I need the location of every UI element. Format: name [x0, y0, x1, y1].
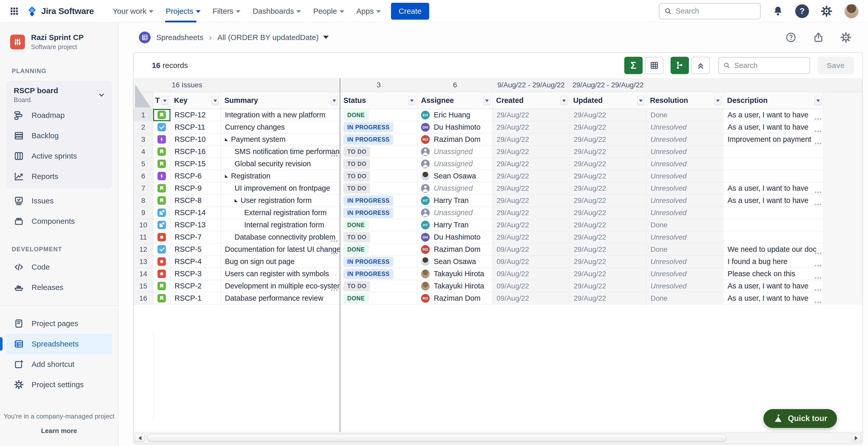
resolution-cell[interactable]: Done — [646, 292, 723, 304]
type-cell[interactable] — [153, 243, 170, 256]
type-cell[interactable] — [153, 121, 170, 133]
created-cell[interactable]: 29/Aug/22 — [493, 207, 569, 219]
summary-cell[interactable]: External registration form — [221, 207, 340, 219]
key-cell[interactable]: RSCP-6 — [170, 170, 221, 182]
save-button[interactable]: Save — [818, 57, 854, 74]
assignee-cell[interactable]: DHDu Hashimoto — [417, 231, 493, 243]
resolution-cell[interactable]: Done — [646, 243, 723, 256]
created-cell[interactable]: 29/Aug/22 — [493, 146, 569, 158]
status-cell[interactable]: IN PROGRESS — [340, 133, 417, 146]
sidebar-item-reports[interactable]: Reports — [6, 166, 112, 187]
collapse-caret-icon[interactable] — [225, 138, 228, 141]
type-cell[interactable] — [153, 256, 170, 268]
scroll-left-arrow[interactable] — [135, 434, 145, 442]
key-cell[interactable]: RSCP-12 — [170, 109, 221, 121]
row-number-cell[interactable]: 7 — [133, 182, 153, 195]
help-circle-icon[interactable] — [785, 32, 797, 43]
description-cell[interactable] — [723, 219, 824, 231]
created-cell[interactable]: 09/Aug/22 — [493, 243, 569, 256]
board-switcher[interactable]: RSCP board Board — [6, 86, 112, 105]
description-cell[interactable]: As a user, I want to have — [723, 280, 824, 292]
updated-cell[interactable]: 29/Aug/22 — [569, 146, 646, 158]
share-export-icon[interactable] — [812, 32, 824, 43]
row-number-cell[interactable]: 15 — [133, 280, 153, 292]
created-cell[interactable]: 29/Aug/22 — [493, 158, 569, 170]
filter-dropdown-icon[interactable] — [331, 96, 338, 105]
type-cell[interactable] — [153, 195, 170, 207]
updated-cell[interactable]: 29/Aug/22 — [569, 231, 646, 243]
filter-dropdown-icon[interactable] — [161, 96, 168, 105]
chevron-down-icon[interactable] — [97, 91, 106, 99]
status-cell[interactable]: TO DO — [340, 170, 417, 182]
status-cell[interactable]: IN PROGRESS — [340, 207, 417, 219]
quick-tour-button[interactable]: Quick tour — [764, 409, 837, 428]
sidebar-item-code[interactable]: Code — [6, 257, 112, 277]
key-cell[interactable]: RSCP-1 — [170, 292, 221, 304]
description-cell[interactable]: I found a bug here — [723, 256, 824, 268]
notifications-bell-icon[interactable] — [772, 6, 783, 17]
type-cell[interactable] — [153, 170, 170, 182]
row-number-cell[interactable]: 2 — [133, 121, 153, 133]
global-search[interactable] — [659, 3, 761, 19]
filter-dropdown-icon[interactable] — [408, 96, 415, 105]
assignee-cell[interactable]: Unassigned — [417, 207, 493, 219]
status-cell[interactable]: TO DO — [340, 280, 417, 292]
assignee-cell[interactable]: Unassigned — [417, 182, 493, 195]
key-cell[interactable]: RSCP-8 — [170, 195, 221, 207]
key-cell[interactable]: RSCP-2 — [170, 280, 221, 292]
status-cell[interactable]: IN PROGRESS — [340, 256, 417, 268]
resolution-cell[interactable]: Unresolved — [646, 256, 723, 268]
key-cell[interactable]: RSCP-9 — [170, 182, 221, 195]
sidebar-item-project-settings[interactable]: Project settings — [6, 375, 112, 395]
summary-cell[interactable]: Registration — [221, 170, 340, 182]
summary-cell[interactable]: Development in multiple eco-system — [221, 280, 340, 292]
learn-more-link[interactable]: Learn more — [0, 427, 118, 435]
resolution-cell[interactable]: Unresolved — [646, 280, 723, 292]
sheet-switcher-caret-icon[interactable] — [323, 36, 329, 39]
assignee-cell[interactable]: HTHarry Tran — [417, 219, 493, 231]
column-header-type[interactable]: T — [153, 92, 170, 109]
grid-view-button[interactable] — [645, 57, 663, 74]
filter-dropdown-icon[interactable] — [814, 96, 822, 105]
description-cell[interactable] — [723, 207, 824, 219]
updated-cell[interactable]: 29/Aug/22 — [569, 256, 646, 268]
assignee-cell[interactable]: EHEric Huang — [417, 109, 493, 121]
resolution-cell[interactable]: Unresolved — [646, 207, 723, 219]
description-cell[interactable]: As a user, I want to have — [723, 109, 824, 121]
row-number-cell[interactable]: 3 — [133, 133, 153, 146]
updated-cell[interactable]: 29/Aug/22 — [569, 121, 646, 133]
key-cell[interactable]: RSCP-16 — [170, 146, 221, 158]
breadcrumb-current[interactable]: All (ORDER BY updatedDate) — [217, 33, 318, 42]
breadcrumb-root[interactable]: Spreadsheets — [156, 33, 203, 42]
type-cell[interactable] — [153, 158, 170, 170]
updated-cell[interactable]: 29/Aug/22 — [569, 219, 646, 231]
status-cell[interactable]: TO DO — [340, 231, 417, 243]
key-cell[interactable]: RSCP-4 — [170, 256, 221, 268]
spreadsheet-app-icon[interactable] — [139, 32, 151, 43]
assignee-cell[interactable]: RDRaziman Dom — [417, 292, 493, 304]
assignee-cell[interactable]: RDRaziman Dom — [417, 133, 493, 146]
description-cell[interactable]: As a user, I want to have — [723, 292, 824, 304]
row-number-cell[interactable]: 12 — [133, 243, 153, 256]
summary-cell[interactable]: Database performance review — [221, 292, 340, 304]
status-cell[interactable]: DONE — [340, 243, 417, 256]
filter-dropdown-icon[interactable] — [560, 96, 567, 105]
nav-item-filters[interactable]: Filters — [207, 0, 247, 22]
filter-dropdown-icon[interactable] — [212, 96, 219, 105]
project-header[interactable]: Razi Sprint CP Software project — [10, 33, 118, 51]
assignee-cell[interactable]: RDRaziman Dom — [417, 243, 493, 256]
row-number-cell[interactable]: 6 — [133, 170, 153, 182]
hierarchy-view-button[interactable] — [671, 57, 689, 74]
collapse-all-button[interactable] — [691, 57, 710, 74]
app-switcher-icon[interactable] — [9, 6, 19, 16]
type-cell[interactable] — [153, 231, 170, 243]
status-cell[interactable]: IN PROGRESS — [340, 268, 417, 280]
summary-cell[interactable]: UI improvement on frontpage — [221, 182, 340, 195]
sheet-settings-gear-icon[interactable] — [840, 32, 852, 43]
resolution-cell[interactable]: Done — [646, 219, 723, 231]
assignee-cell[interactable]: Unassigned — [417, 146, 493, 158]
sidebar-item-releases[interactable]: Releases — [6, 277, 112, 298]
created-cell[interactable]: 29/Aug/22 — [493, 170, 569, 182]
column-header-description[interactable]: Description — [723, 92, 824, 109]
type-cell[interactable] — [153, 207, 170, 219]
